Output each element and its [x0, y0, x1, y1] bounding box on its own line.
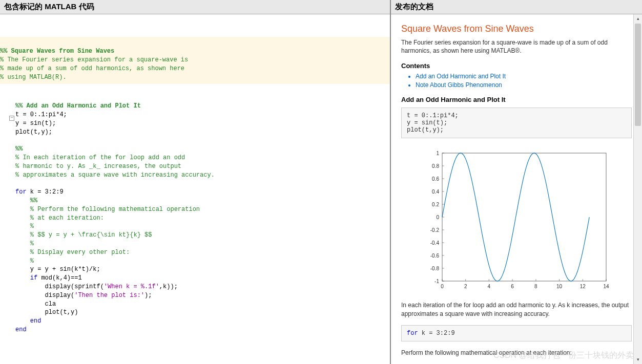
- fold-toggle-icon[interactable]: −: [9, 116, 14, 121]
- svg-text:0: 0: [441, 284, 444, 289]
- code-editor[interactable]: %% Square Waves from Sine Waves % The Fo…: [0, 14, 390, 364]
- svg-text:2: 2: [464, 284, 467, 289]
- doc-code-block-2: for k = 3:2:9: [401, 325, 632, 341]
- toc-link-1[interactable]: Add an Odd Harmonic and Plot It: [416, 73, 506, 80]
- section-header: %% Add an Odd Harmonic and Plot It: [15, 102, 141, 110]
- contents-heading: Contents: [401, 62, 632, 70]
- svg-text:14: 14: [603, 284, 609, 289]
- svg-text:0.2: 0.2: [432, 202, 439, 207]
- svg-text:4: 4: [488, 284, 491, 289]
- svg-text:0.8: 0.8: [432, 163, 439, 169]
- section-1-title: Add an Odd Harmonic and Plot It: [401, 96, 632, 103]
- doc-viewer[interactable]: Square Waves from Sine Waves The Fourier…: [391, 14, 642, 364]
- svg-text:-0.2: -0.2: [430, 227, 440, 233]
- svg-text:-1: -1: [434, 279, 439, 284]
- svg-text:0: 0: [436, 215, 439, 220]
- for-line: for k = 3:2:9: [15, 188, 64, 196]
- doc-code-block-1: t = 0:.1:pi*4; y = sin(t); plot(t,y);: [401, 108, 632, 138]
- svg-rect-0: [442, 153, 606, 281]
- scrollbar-thumb[interactable]: [635, 24, 641, 126]
- matlab-code-panel: 包含标记的 MATLAB 代码 %% Square Waves from Sin…: [0, 0, 390, 364]
- doc-intro: The Fourier series expansion for a squar…: [401, 38, 632, 55]
- sine-plot: 1 0.8 0.6 0.4 0.2 0 -0.2 -0.4 -0.6 -0.8 …: [419, 145, 614, 294]
- svg-text:8: 8: [534, 284, 537, 289]
- scrollbar[interactable]: ▴ ▾: [633, 14, 642, 364]
- left-panel-header: 包含标记的 MATLAB 代码: [0, 0, 390, 14]
- svg-text:-0.8: -0.8: [430, 266, 440, 271]
- svg-text:1: 1: [436, 151, 439, 156]
- published-doc-panel: 发布的文档 Square Waves from Sine Waves The F…: [390, 0, 642, 364]
- svg-text:12: 12: [580, 284, 586, 289]
- right-panel-header: 发布的文档: [391, 0, 642, 14]
- code-cell-title: %% Square Waves from Sine Waves % The Fo…: [0, 37, 390, 84]
- svg-text:-0.6: -0.6: [430, 253, 440, 259]
- scroll-down-icon[interactable]: ▾: [634, 355, 642, 364]
- doc-title: Square Waves from Sine Waves: [401, 24, 632, 34]
- svg-text:-0.4: -0.4: [430, 240, 440, 246]
- svg-text:6: 6: [511, 284, 514, 289]
- doc-para-2: Perform the following mathematical opera…: [401, 349, 632, 357]
- toc-link-2[interactable]: Note About Gibbs Phenomenon: [416, 81, 502, 89]
- scroll-up-icon[interactable]: ▴: [634, 14, 642, 23]
- svg-text:10: 10: [556, 284, 563, 289]
- svg-text:0.6: 0.6: [432, 176, 439, 182]
- doc-para-1: In each iteration of the for loop add an…: [401, 301, 632, 317]
- contents-list: Add an Odd Harmonic and Plot It Note Abo…: [401, 73, 632, 89]
- svg-text:0.4: 0.4: [432, 189, 439, 195]
